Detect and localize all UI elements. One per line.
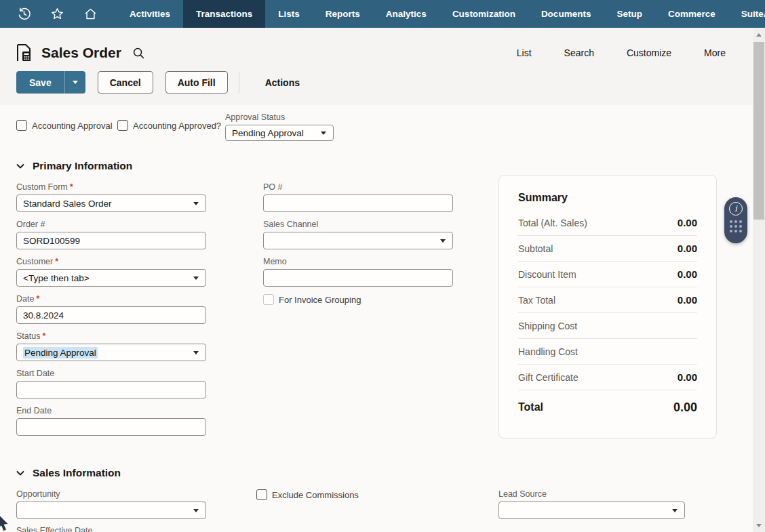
primary-information-toggle[interactable]: Primary Information: [16, 160, 132, 172]
autofill-button[interactable]: Auto Fill: [165, 71, 228, 94]
nav-item-reports[interactable]: Reports: [313, 0, 373, 28]
po-number-input[interactable]: [263, 195, 453, 212]
end-date-input[interactable]: [16, 418, 206, 436]
opportunity-label: Opportunity: [16, 489, 206, 499]
exclude-commissions-checkbox[interactable]: [256, 489, 267, 500]
custom-form-select[interactable]: Standard Sales Order: [16, 195, 206, 212]
summary-row-subtotal: Subtotal 0.00: [518, 236, 697, 262]
primary-information-section: Primary Information Custom Form* Standar…: [0, 160, 753, 467]
scrollbar-thumb[interactable]: [753, 42, 764, 220]
save-button[interactable]: Save: [16, 71, 64, 94]
search-link[interactable]: Search: [564, 47, 594, 58]
summary-row-handling-cost: Handling Cost: [518, 339, 697, 365]
summary-title: Summary: [518, 192, 697, 204]
nav-item-analytics[interactable]: Analytics: [373, 0, 439, 28]
toolbar: Save Cancel Auto Fill Actions: [16, 71, 311, 94]
actions-menu[interactable]: Actions: [254, 77, 311, 88]
sales-channel-label: Sales Channel: [263, 220, 453, 229]
approval-row: Accounting Approval Accounting Approved?…: [0, 112, 753, 161]
accounting-approved-label: Accounting Approved?: [133, 121, 221, 131]
customize-link[interactable]: Customize: [627, 47, 671, 58]
order-number-label: Order #: [16, 220, 206, 229]
sales-order-doc-icon: [16, 43, 33, 62]
nav-item-documents[interactable]: Documents: [528, 0, 604, 28]
nav-item-transactions[interactable]: Transactions: [183, 0, 265, 28]
summary-row-discount-item: Discount Item 0.00: [518, 262, 697, 287]
apps-grid-icon[interactable]: [730, 220, 742, 232]
summary-panel: Summary Total (Alt. Sales) 0.00 Subtotal…: [498, 175, 717, 438]
chevron-down-icon: [16, 470, 24, 476]
chevron-down-icon: [73, 81, 78, 84]
nav-item-activities[interactable]: Activities: [117, 0, 183, 28]
start-date-label: Start Date: [16, 369, 206, 378]
invoice-grouping-checkbox[interactable]: [263, 294, 274, 305]
info-icon[interactable]: i: [729, 202, 743, 216]
chevron-down-icon: [16, 163, 24, 169]
date-input[interactable]: [16, 306, 206, 324]
list-link[interactable]: List: [517, 47, 532, 58]
memo-label: Memo: [263, 257, 453, 266]
nav-item-suiteapps[interactable]: SuiteApps: [728, 0, 765, 28]
save-dropdown-button[interactable]: [64, 71, 85, 94]
nav-item-lists[interactable]: Lists: [265, 0, 313, 28]
home-icon[interactable]: [83, 7, 98, 22]
sales-information-toggle[interactable]: Sales Information: [16, 467, 121, 479]
approval-status-select[interactable]: Pending Approval: [225, 125, 334, 141]
chevron-down-icon: [321, 131, 326, 135]
chevron-down-icon: [193, 509, 199, 512]
chevron-down-icon: [440, 239, 446, 243]
accounting-approval-label: Accounting Approval: [32, 121, 113, 131]
po-number-label: PO #: [263, 182, 453, 192]
nav-item-setup[interactable]: Setup: [604, 0, 655, 28]
sales-effective-date-label: Sales Effective Date: [16, 526, 92, 532]
star-icon[interactable]: [50, 7, 64, 22]
page-header: Sales Order List Search Customize More S…: [0, 28, 753, 105]
approval-status-label: Approval Status: [225, 112, 334, 122]
history-icon[interactable]: [16, 7, 31, 22]
status-label: Status*: [16, 331, 206, 341]
order-number-input[interactable]: [16, 232, 206, 249]
vertical-scrollbar[interactable]: [753, 28, 765, 532]
lead-source-label: Lead Source: [498, 489, 685, 499]
summary-row-gift-certificate: Gift Certificate 0.00: [518, 365, 697, 390]
sales-channel-select[interactable]: [263, 232, 453, 249]
invoice-grouping-label: For Invoice Grouping: [279, 295, 361, 305]
chevron-down-icon: [672, 509, 678, 512]
cancel-button[interactable]: Cancel: [98, 71, 153, 94]
top-navbar: Activities Transactions Lists Reports An…: [0, 0, 765, 28]
sales-information-section: Sales Information Opportunity Exclude Co…: [0, 467, 753, 532]
accounting-approved-checkbox[interactable]: [117, 120, 128, 131]
toolbar-divider: [239, 72, 239, 94]
nav-item-commerce[interactable]: Commerce: [655, 0, 728, 28]
start-date-input[interactable]: [16, 381, 206, 398]
custom-form-label: Custom Form*: [16, 182, 206, 192]
customer-select[interactable]: <Type then tab>: [16, 269, 206, 287]
header-links: List Search Customize More: [517, 47, 726, 58]
end-date-label: End Date: [16, 406, 206, 415]
date-label: Date*: [16, 294, 206, 304]
nav-item-customization[interactable]: Customization: [439, 0, 528, 28]
chevron-down-icon: [193, 202, 199, 205]
lead-source-select[interactable]: [498, 502, 685, 519]
page-content: Sales Order List Search Customize More S…: [0, 28, 753, 532]
scroll-up-arrow-icon[interactable]: [756, 33, 762, 37]
memo-input[interactable]: [263, 269, 453, 287]
side-helper-widget: i: [724, 197, 747, 243]
summary-row-shipping-cost: Shipping Cost: [518, 313, 697, 339]
section-title: Sales Information: [33, 467, 121, 479]
chevron-down-icon: [193, 277, 199, 280]
more-link[interactable]: More: [704, 47, 726, 58]
search-icon[interactable]: [132, 47, 145, 60]
summary-row-total-alt-sales: Total (Alt. Sales) 0.00: [518, 210, 697, 236]
summary-row-total: Total 0.00: [518, 390, 697, 424]
navbar-icon-group: [0, 0, 117, 28]
accounting-approval-checkbox[interactable]: [16, 120, 27, 131]
page-title: Sales Order: [41, 45, 121, 61]
section-title: Primary Information: [33, 160, 132, 172]
scroll-down-arrow-icon[interactable]: [756, 524, 762, 527]
opportunity-select[interactable]: [16, 502, 206, 519]
summary-row-tax-total: Tax Total 0.00: [518, 287, 697, 313]
status-select[interactable]: Pending Approval: [16, 344, 206, 361]
customer-label: Customer*: [16, 257, 206, 266]
chevron-down-icon: [193, 351, 199, 354]
